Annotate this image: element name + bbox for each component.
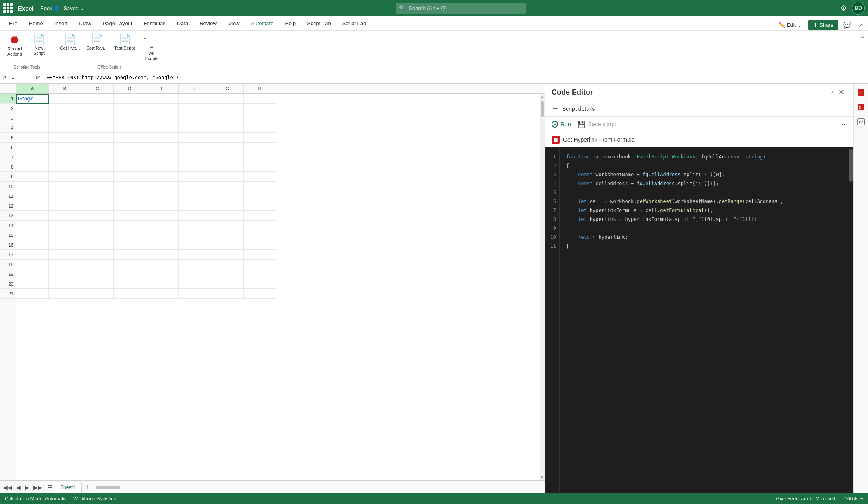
row-num-17[interactable]: 17 [0, 250, 16, 260]
sheet-tab-sheet1[interactable]: Sheet1 [54, 482, 82, 493]
tab-scriptlab2[interactable]: Script Lab [337, 17, 372, 30]
row-num-16[interactable]: 16 [0, 240, 16, 250]
sheet-prev-btn[interactable]: ◀ [15, 483, 22, 491]
row-num-20[interactable]: 20 [0, 279, 16, 289]
row-num-18[interactable]: 18 [0, 260, 16, 269]
row-num-21[interactable]: 21 [0, 289, 16, 299]
cell-G1[interactable] [211, 94, 244, 104]
scripts-dropdown-arrow[interactable]: ⌄ [141, 32, 162, 42]
waffle-menu-icon[interactable] [3, 3, 13, 13]
tab-formulas[interactable]: Formulas [138, 17, 171, 30]
code-icon[interactable]: </> [855, 116, 867, 128]
tab-home[interactable]: Home [23, 17, 49, 30]
all-scripts-icon: ≡ [150, 44, 153, 50]
share-button[interactable]: ⬆ Share [808, 20, 838, 30]
col-header-G[interactable]: G [211, 84, 244, 93]
code-scrollbar-thumb[interactable] [849, 149, 853, 182]
col-header-F[interactable]: F [179, 84, 211, 93]
changes-button[interactable]: ➚ [856, 19, 865, 30]
cell-B1[interactable] [49, 94, 81, 104]
sheet-next-btn[interactable]: ▶ [23, 483, 31, 491]
tab-draw[interactable]: Draw [73, 17, 97, 30]
col-header-H[interactable]: H [244, 84, 276, 93]
zoom-decrease-btn[interactable]: – [839, 496, 842, 502]
cell-F1[interactable] [179, 94, 211, 104]
new-script-button[interactable]: 📄 NewScript [28, 32, 50, 58]
row-num-9[interactable]: 9 [0, 172, 16, 182]
cell-A2[interactable] [16, 104, 49, 113]
col-header-C[interactable]: C [81, 84, 114, 93]
cell-D1[interactable] [114, 94, 146, 104]
save-script-button[interactable]: 💾 Save script [578, 121, 616, 128]
svg-text:S: S [859, 106, 861, 110]
right-panel-icon-1[interactable]: S [855, 87, 867, 98]
record-actions-button[interactable]: ⏺ RecordActions [3, 32, 26, 58]
settings-icon[interactable]: ⚙ [840, 4, 847, 13]
row-num-11[interactable]: 11 [0, 191, 16, 201]
select-all-button[interactable] [0, 84, 16, 93]
back-button[interactable]: ← [552, 104, 559, 113]
tab-view[interactable]: View [223, 17, 245, 30]
sheet-first-btn[interactable]: ◀◀ [2, 483, 14, 491]
h-scrollbar-thumb[interactable] [96, 486, 120, 489]
code-area[interactable]: 1 2 3 4 5 6 7 8 9 10 11 function main(wo… [545, 147, 853, 493]
row-num-10[interactable]: 10 [0, 182, 16, 191]
cell-C1[interactable] [81, 94, 114, 104]
row-num-6[interactable]: 6 [0, 143, 16, 152]
cell-reference-box[interactable]: A1 ⌄ [0, 75, 32, 80]
all-scripts-button[interactable]: ≡ AllScripts [141, 42, 162, 63]
vertical-scrollbar[interactable]: ▲ ▼ [540, 94, 545, 480]
row-num-5[interactable]: 5 [0, 133, 16, 143]
row-num-8[interactable]: 8 [0, 162, 16, 172]
avatar[interactable]: BD [852, 2, 865, 15]
sheet-list-button[interactable]: ☰ [47, 484, 52, 491]
run-button[interactable]: ▶ Run [552, 121, 571, 128]
row-num-7[interactable]: 7 [0, 152, 16, 162]
add-sheet-button[interactable]: + [83, 482, 93, 492]
close-panel-button[interactable]: ✕ [836, 87, 847, 97]
cell-ref-dropdown[interactable]: ⌄ [11, 75, 15, 80]
row-num-13[interactable]: 13 [0, 211, 16, 221]
cell-A1[interactable]: Google [16, 94, 49, 104]
cell-E1[interactable] [146, 94, 179, 104]
sort-range-button[interactable]: 📄 Sort Ran... [84, 32, 110, 52]
test-script-button[interactable]: 📄 Test Script [112, 32, 137, 52]
expand-button[interactable]: › [829, 88, 836, 97]
tab-file[interactable]: File [3, 17, 23, 30]
scrollbar-thumb[interactable] [541, 101, 544, 117]
row-num-1[interactable]: 1 [0, 94, 16, 104]
edit-button[interactable]: ✏️ Edit ⌄ [775, 20, 805, 30]
code-content[interactable]: function main(workbook: ExcelScript.Work… [560, 147, 849, 493]
code-scrollbar[interactable] [849, 147, 853, 493]
col-header-B[interactable]: B [49, 84, 81, 93]
row-num-12[interactable]: 12 [0, 201, 16, 211]
formula-content[interactable]: =HYPERLINK("http://www.google.com", "Goo… [43, 75, 868, 80]
tab-review[interactable]: Review [194, 17, 223, 30]
tab-insert[interactable]: Insert [49, 17, 74, 30]
col-header-D[interactable]: D [114, 84, 146, 93]
cell-A3[interactable] [16, 113, 49, 123]
zoom-increase-btn[interactable]: + [860, 496, 863, 502]
row-num-3[interactable]: 3 [0, 113, 16, 123]
search-input[interactable] [396, 3, 526, 14]
col-header-E[interactable]: E [146, 84, 179, 93]
tab-scriptlab1[interactable]: Script Lab [301, 17, 337, 30]
horizontal-scrollbar[interactable] [93, 486, 543, 489]
tab-automate[interactable]: Automate [245, 17, 279, 30]
row-num-15[interactable]: 15 [0, 230, 16, 240]
right-panel-icon-2[interactable]: S [855, 102, 867, 113]
row-num-19[interactable]: 19 [0, 269, 16, 279]
cell-H1[interactable] [244, 94, 276, 104]
more-options-button[interactable]: ⋯ [839, 120, 847, 129]
get-hyperlink-button[interactable]: 📄 Get Hyp... [57, 32, 82, 52]
comment-button[interactable]: 💬 [842, 19, 853, 30]
tab-pagelayout[interactable]: Page Layout [97, 17, 138, 30]
tab-help[interactable]: Help [279, 17, 301, 30]
tab-data[interactable]: Data [171, 17, 194, 30]
row-num-4[interactable]: 4 [0, 123, 16, 133]
row-num-14[interactable]: 14 [0, 221, 16, 230]
sheet-last-btn[interactable]: ▶▶ [32, 483, 44, 491]
ribbon-collapse-button[interactable]: ⌃ [858, 33, 866, 44]
col-header-A[interactable]: A [16, 84, 49, 93]
row-num-2[interactable]: 2 [0, 104, 16, 113]
